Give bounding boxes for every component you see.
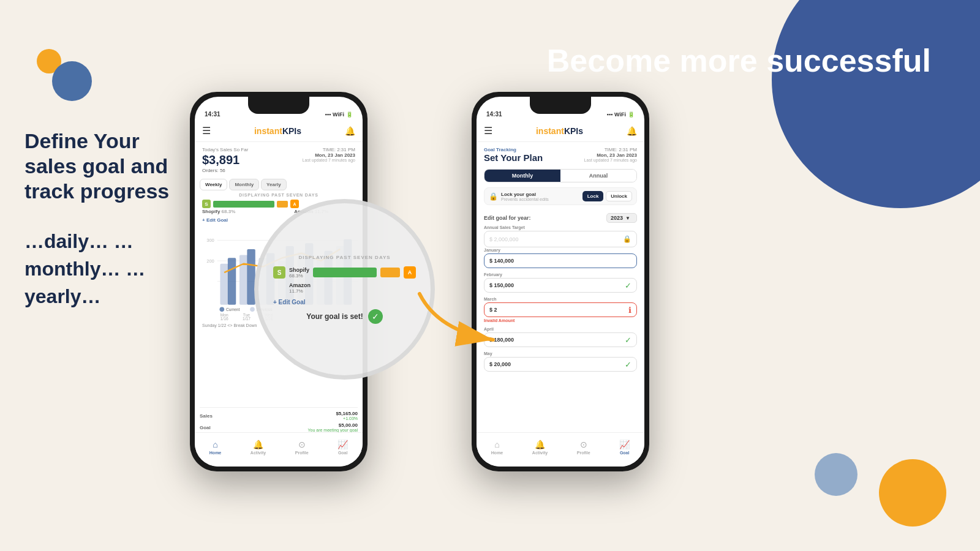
sub-heading: …daily… …monthly… …yearly… [24,228,196,310]
bell-icon-p2[interactable]: 🔔 [627,126,637,136]
mag-edit-goal[interactable]: + Edit Goal [273,299,306,305]
tab-weekly[interactable]: Weekly [200,179,227,190]
hamburger-icon[interactable]: ☰ [202,125,211,137]
left-text-block: Define Your sales goal and track progres… [24,129,196,310]
phone-1-today-label: Today's Sales So Far [202,147,248,152]
phone-1-notch [248,97,309,114]
edit-goal-p1[interactable]: + Edit Goal [202,217,228,223]
annual-target-label: Annual Sales Target [484,225,637,230]
right-heading: Become more successful [547,43,931,80]
lock-goal-row: 🔒 Lock your goal Prevents accidental edi… [484,187,637,205]
set-your-plan-title: Set Your Plan [484,152,543,163]
nav-activity-p2[interactable]: 🔔 Activity [532,440,548,455]
logo-instant-p1: instant [254,126,282,136]
lock-button[interactable]: Lock [582,191,604,201]
mag-amazon-icon: A [404,266,416,279]
phone-1-bottom-nav: ⌂ Home 🔔 Activity ⊙ Profile 📈 Goal [195,432,363,467]
lock-goal-title: Lock your goal [501,192,579,197]
orange-progress-bar [277,201,288,208]
nav-profile-label-p1: Profile [295,451,309,455]
bell-icon-p1[interactable]: 🔔 [345,126,355,136]
year-selector[interactable]: 2023 ▼ [606,213,637,223]
target-lock-icon: 🔒 [623,235,631,243]
january-input[interactable]: $ 140,000 [484,253,637,268]
dot-orange-br [879,459,946,527]
phone-2-bottom-nav: ⌂ Home 🔔 Activity ⊙ Profile 📈 Goal [477,432,644,467]
lock-goal-sub: Prevents accidental edits [501,197,579,201]
nav-goal-p1[interactable]: 📈 Goal [337,440,348,455]
goal-icon-p1: 📈 [337,440,348,449]
mag-shopify-label: Shopify [289,267,309,273]
phones-container: 14:31 ▪▪▪ WiFi 🔋 ☰ instantKPIs 🔔 Today's… [190,92,692,508]
svg-point-25 [219,307,224,312]
nav-activity-label-p2: Activity [532,451,548,455]
home-icon-p1: ⌂ [213,440,217,449]
hamburger-icon-p2[interactable]: ☰ [484,125,492,137]
amazon-icon-p1: A [290,200,299,208]
annual-target-field[interactable]: $ 2,000,000 🔒 [484,231,637,247]
nav-home-label-p1: Home [209,451,221,455]
toggle-monthly[interactable]: Monthly [484,170,560,182]
check-icon-april: ✓ [625,335,636,345]
signal-icon: ▪▪▪ [325,111,331,118]
phone-1-time-info: TIME: 2:31 PM Mon, 23 Jan 2023 Last upda… [303,147,355,162]
mag-goal-set-row: Your goal is set! ✓ [306,309,382,324]
phone-1-orders: Orders: 56 [202,168,225,173]
battery-icon: 🔋 [346,111,353,118]
check-icon-feb: ✓ [625,281,636,290]
lock-icon: 🔒 [489,192,498,201]
goal-icon-p2: 📈 [619,440,630,449]
svg-rect-12 [228,258,236,304]
mag-amazon-row: Amazon 11.7% [273,282,416,294]
phone-1-status-icons: ▪▪▪ WiFi 🔋 [325,111,353,118]
nav-home-p2[interactable]: ⌂ Home [491,440,503,455]
monthly-annual-toggle: Monthly Annual [484,169,637,182]
svg-text:300: 300 [206,238,214,243]
nav-activity-label-p1: Activity [251,451,266,455]
dot-blue-br [815,453,858,496]
phone-1-time: 14:31 [205,111,221,118]
nav-profile-p1[interactable]: ⊙ Profile [295,440,309,455]
phone-1-header: ☰ instantKPIs 🔔 [195,120,363,142]
mag-amazon-label: Amazon [289,282,311,288]
right-text-block: Become more successful [547,43,931,80]
edit-goal-year-row: Edit goal for year: 2023 ▼ [484,213,637,223]
green-progress-bar [213,201,274,208]
phone-2-time-info: TIME: 2:31 PM Mon, 23 Jan 2023 Last upda… [584,147,637,162]
bottom-stats-p1: Sales $5,165.00 +1.03% Goal $5,00.00 You… [200,407,358,432]
chevron-down-icon: ▼ [625,216,630,221]
mag-amazon-pct: 11.7% [289,288,311,294]
year-label: Edit goal for year: [484,215,531,221]
mag-shopify-icon: S [273,266,285,279]
svg-rect-5 [220,264,228,305]
mag-bar-green [313,268,377,277]
nav-activity-p1[interactable]: 🔔 Activity [251,440,266,455]
activity-icon-p1: 🔔 [253,440,263,449]
mag-shopify-pct: 68.3% [289,273,309,279]
phone-2-header: ☰ instantKPIs 🔔 [477,120,644,142]
main-heading: Define Your sales goal and track progres… [24,129,196,203]
toggle-annual[interactable]: Annual [560,170,636,182]
svg-text:Current: Current [226,307,239,312]
profile-icon-p1: ⊙ [298,440,306,449]
logo-kpis-p1: KPIs [282,126,301,136]
nav-profile-p2[interactable]: ⊙ Profile [577,440,590,455]
unlock-button[interactable]: Unlock [606,191,632,201]
goal-tracking-label: Goal Tracking [484,147,516,152]
tab-monthly[interactable]: Monthly [229,179,259,190]
nav-goal-p2[interactable]: 📈 Goal [619,440,630,455]
phone-2-status-icons: ▪▪▪ WiFi 🔋 [607,111,635,118]
may-field: May $ 20,000 ✓ [484,351,637,372]
phone-2-notch [530,97,591,114]
app-logo-p1: instantKPIs [254,126,301,136]
tab-yearly[interactable]: Yearly [261,179,287,190]
nav-goal-label-p2: Goal [620,451,630,455]
nav-home-p1[interactable]: ⌂ Home [209,440,221,455]
mag-display-label: DISPLAYING PAST SEVEN DAYS [298,255,390,260]
svg-point-27 [250,307,255,312]
chart-display-label: DISPLAYING PAST SEVEN DAYS [195,193,363,197]
january-field: January $ 140,000 [484,248,637,268]
may-input[interactable]: $ 20,000 ✓ [484,357,637,372]
svg-text:200: 200 [206,258,214,264]
mag-bar-orange [380,268,400,277]
